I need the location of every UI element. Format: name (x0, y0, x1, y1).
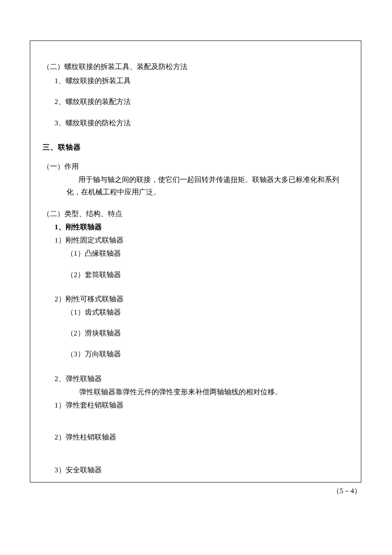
page-number: （5－4） (332, 486, 361, 496)
list-item: 2、螺纹联接的装配方法 (43, 96, 349, 107)
subgroup-a-title: 1）刚性固定式联轴器 (43, 234, 349, 246)
body-text: 弹性联轴器靠弹性元件的弹性变形来补偿两轴轴线的相对位移。 (43, 386, 349, 398)
subgroup-b-title: 2）刚性可移式联轴器 (43, 293, 349, 305)
section-2-heading: （二）螺纹联接的拆装工具、装配及防松方法 (43, 61, 349, 72)
list-item: （1）凸缘联轴器 (43, 248, 349, 259)
subsection-2-heading: （二）类型、结构、特点 (43, 208, 349, 220)
list-item: （2）套筒联轴器 (43, 269, 349, 280)
list-item: 1）弹性套柱销联轴器 (43, 399, 349, 411)
body-text: 用于轴与轴之间的联接，使它们一起回转并传递扭矩。联轴器大多已标准化和系列化，在机… (43, 174, 349, 199)
section-3-heading: 三、联轴器 (43, 142, 349, 153)
document-content: （二）螺纹联接的拆装工具、装配及防松方法 1、螺纹联接的拆装工具 2、螺纹联接的… (30, 40, 362, 491)
group-1-title: 1、刚性联轴器 (43, 221, 349, 233)
group-2-title: 2、弹性联轴器 (43, 373, 349, 384)
list-item: （1）齿式联轴器 (43, 306, 349, 318)
subsection-1-heading: （一）作用 (43, 161, 349, 172)
list-item: 2）弹性柱销联轴器 (43, 431, 349, 443)
list-item: 1、螺纹联接的拆装工具 (43, 75, 349, 87)
list-item: 3）安全联轴器 (43, 464, 349, 476)
list-item: （3）万向联轴器 (43, 348, 349, 360)
list-item: 3、螺纹联接的防松方法 (43, 117, 349, 129)
list-item: （2）滑块联轴器 (43, 327, 349, 339)
